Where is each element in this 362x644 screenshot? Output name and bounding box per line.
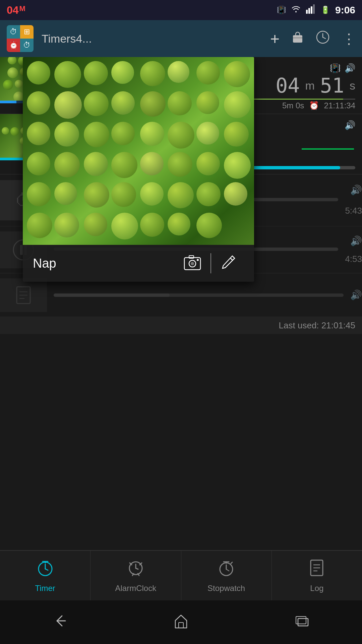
svg-line-8 [323,37,325,39]
bag-icon[interactable] [292,31,304,46]
home-button[interactable] [166,606,196,639]
nav-label-stopwatch: Stopwatch [207,584,245,593]
svg-rect-1 [308,8,310,14]
app-logo: ⏱ ⊞ ⏰ ⏱ [7,25,34,52]
back-button[interactable] [45,606,75,639]
app-bar: ⏱ ⊞ ⏰ ⏱ Timers4... + ⋮ [0,20,362,57]
minutes-label: m [305,79,314,92]
partial-meta-4: 🔊 4:53 [345,235,362,264]
vibrate-icon: 📳 [277,6,286,14]
notification-badge: 04 [7,5,19,15]
nap-popup[interactable]: Nap [23,57,254,282]
svg-line-29 [136,568,138,569]
nap-image-background [23,57,254,245]
nap-popup-label: Nap [33,256,177,271]
nap-volume-icon: 🔊 [345,120,355,130]
timer-minutes: 04 [276,74,300,97]
svg-line-36 [226,569,229,571]
timer-nav-icon [36,558,55,581]
timer-icons-1: 📳 🔊 [330,63,355,73]
partial-progress-5 [54,293,344,297]
svg-rect-4 [293,35,302,43]
svg-rect-0 [306,10,308,14]
alarm-icon: ⏰ [309,101,319,110]
nap-edit-button[interactable] [214,253,244,273]
nav-item-log[interactable]: Log [272,551,362,600]
recent-button[interactable] [287,606,317,639]
svg-point-20 [197,259,199,261]
partial-meta-3: 🔊 5:43 [345,184,362,216]
partial-thumb-5 [0,278,47,312]
nap-popup-image [23,57,254,245]
signal-icon [306,4,315,16]
svg-point-18 [191,262,194,265]
thumb-progress-fill-1 [0,101,16,103]
svg-rect-47 [296,616,306,624]
nav-label-alarmclock: AlarmClock [115,584,157,593]
nap-popup-bar: Nap [23,245,254,282]
logo-cell-2: ⊞ [20,25,34,39]
battery-icon: 🔋 [321,6,330,14]
wifi-icon [291,4,301,16]
nav-label-timer: Timer [35,584,55,593]
timer-seconds: 51 [320,74,344,97]
last-used: Last used: 21:01:45 [0,317,362,334]
nav-item-timer[interactable]: Timer [0,551,90,600]
svg-line-24 [45,569,48,570]
volume-timer-icon: 🔊 [345,63,355,73]
seconds-label: s [350,79,355,92]
svg-rect-45 [179,623,183,628]
empty-area [0,334,362,408]
partial-content-5 [47,292,350,298]
app-title: Timers4... [42,32,262,45]
nap-grapes [23,57,254,245]
sys-nav [0,600,362,644]
nap-action-icons [177,253,244,274]
add-button[interactable]: + [270,30,280,48]
timer-alarm-time: 21:11:34 [324,101,355,110]
svg-line-39 [231,562,232,564]
bottom-nav: Timer AlarmClock [0,550,362,600]
overflow-menu-icon[interactable]: ⋮ [342,31,355,47]
nav-label-log: Log [310,584,323,593]
timer-total: 5m 0s [282,101,304,110]
status-right: 📳 🔋 9:06 [277,4,355,16]
logo-cell-1: ⏱ [7,25,20,39]
nav-item-stopwatch[interactable]: Stopwatch [181,551,272,600]
nav-item-alarmclock[interactable]: AlarmClock [90,551,181,600]
alarmclock-nav-icon [126,558,145,581]
vibrate-timer-icon: 📳 [330,63,341,73]
svg-line-21 [230,258,233,260]
logo-cell-3: ⏰ [7,39,20,52]
logo-cell-4: ⏱ [20,39,34,52]
app-bar-actions: + ⋮ [270,30,355,48]
status-left: 04 M [7,5,25,15]
svg-rect-46 [298,619,308,626]
svg-rect-3 [313,4,315,14]
stopwatch-nav-icon [217,558,236,581]
nap-icons: 🔊 [345,120,355,130]
nap-camera-button[interactable] [177,253,208,274]
svg-rect-2 [311,6,312,14]
status-bar: 04 M 📳 🔋 9:06 [0,0,362,20]
status-time: 9:06 [335,4,355,16]
svg-rect-10 [20,245,23,255]
partial-meta-5: 🔊 [350,289,362,301]
log-nav-icon [307,558,326,581]
clock-icon[interactable] [316,30,330,47]
notification-badge-m: M [19,4,25,13]
nap-icon-divider [210,253,211,273]
